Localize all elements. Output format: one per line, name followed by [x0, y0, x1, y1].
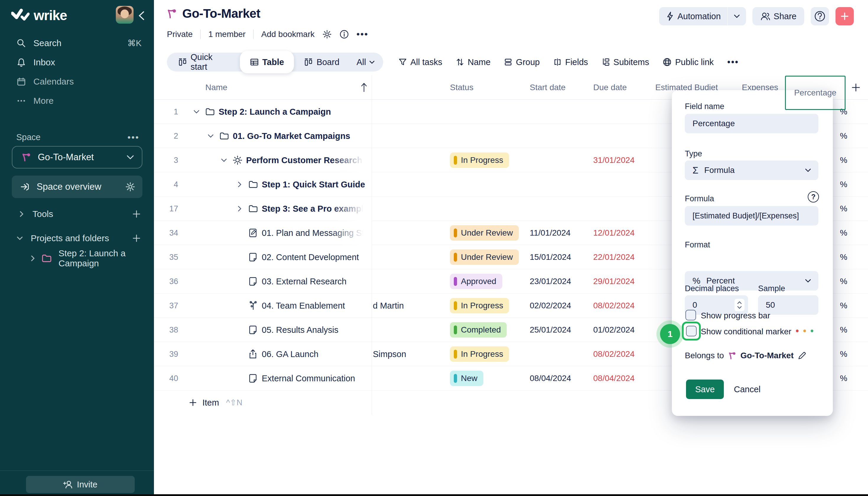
status-badge[interactable]: Under Review: [450, 245, 519, 269]
sidebar-item-tools[interactable]: Tools: [0, 206, 154, 222]
view-filter-dropdown[interactable]: All: [348, 57, 383, 67]
assignee-name[interactable]: Simpson: [373, 342, 406, 366]
red-dot-icon: [796, 329, 799, 332]
due-date[interactable]: 22/01/2024: [593, 245, 634, 269]
add-project-icon[interactable]: [132, 234, 141, 243]
chevron-right-icon[interactable]: [17, 211, 26, 218]
task-name[interactable]: 06. GA Launch: [262, 342, 372, 366]
info-icon[interactable]: [339, 30, 349, 39]
chevron-down-icon[interactable]: [15, 236, 24, 241]
start-date[interactable]: 23/01/2024: [530, 269, 571, 294]
group-button[interactable]: Group: [504, 57, 540, 67]
column-header-start-date[interactable]: Start date: [530, 75, 565, 99]
assignee-name[interactable]: d Martin: [373, 294, 404, 318]
status-badge[interactable]: In Progress: [450, 148, 509, 172]
add-item-button[interactable]: Item ^⇧N: [189, 390, 242, 415]
add-tool-icon[interactable]: [132, 210, 141, 218]
show-conditional-marker-checkbox[interactable]: [686, 326, 697, 336]
add-column-icon[interactable]: [851, 75, 861, 99]
subitems-button[interactable]: Subitems: [601, 57, 649, 67]
sidebar-item-space-overview[interactable]: Space overview: [12, 175, 142, 198]
due-date[interactable]: 08/02/2024: [593, 294, 634, 318]
tab-board[interactable]: Board: [295, 52, 348, 72]
selected-column-percentage[interactable]: Percentage: [785, 76, 846, 110]
due-date[interactable]: 08/02/2024: [593, 342, 634, 366]
avatar[interactable]: [116, 6, 133, 24]
automation-button[interactable]: Automation: [659, 7, 746, 26]
tab-label: Quick start: [191, 52, 230, 72]
toolbar-more-icon[interactable]: •••: [727, 57, 739, 67]
chevron-down-icon[interactable]: [193, 99, 200, 124]
status-badge[interactable]: Under Review: [450, 221, 519, 245]
task-name[interactable]: 01. Go-To Market Campaigns: [233, 124, 372, 148]
status-badge[interactable]: Approved: [450, 269, 502, 294]
task-name[interactable]: Step 1: Quick Start Guide: [262, 172, 372, 197]
task-name[interactable]: 04. Team Enablement: [262, 294, 372, 318]
members-label[interactable]: 1 member: [208, 30, 245, 39]
fields-button[interactable]: Fields: [553, 57, 588, 67]
more-options-icon[interactable]: •••: [357, 29, 369, 39]
collapse-sidebar-icon[interactable]: [138, 11, 145, 21]
task-name[interactable]: Step 2: Launch a Campaign: [219, 99, 372, 124]
sidebar-item-calendars[interactable]: Calendars: [0, 73, 154, 90]
sort-asc-icon[interactable]: [361, 75, 367, 99]
create-new-button[interactable]: [836, 7, 854, 26]
wrike-logo[interactable]: wrike: [11, 7, 67, 24]
column-header-name[interactable]: Name: [205, 75, 227, 99]
sidebar-item-inbox[interactable]: Inbox: [0, 54, 154, 71]
task-name[interactable]: 02. Content Development: [262, 245, 372, 269]
column-header-status[interactable]: Status: [450, 75, 473, 99]
status-badge[interactable]: New: [450, 366, 483, 390]
status-badge[interactable]: In Progress: [450, 294, 509, 318]
sort-by-name[interactable]: Name: [456, 57, 491, 67]
share-button[interactable]: Share: [753, 7, 804, 26]
automation-dropdown-icon[interactable]: [728, 7, 746, 26]
chevron-down-icon[interactable]: [207, 124, 214, 148]
start-date[interactable]: 25/01/2024: [530, 318, 571, 342]
task-name[interactable]: External Communication: [262, 366, 372, 390]
help-button[interactable]: [811, 7, 829, 26]
chevron-right-icon[interactable]: [238, 197, 242, 221]
chevron-right-icon[interactable]: [238, 172, 242, 197]
task-name[interactable]: 05. Results Analysis: [262, 318, 372, 342]
status-badge[interactable]: Completed: [450, 318, 507, 342]
formula-input[interactable]: [Estimated Budjet]/[Expenses]: [685, 206, 818, 226]
formula-help-icon[interactable]: ?: [808, 191, 819, 202]
settings-gear-icon[interactable]: [322, 30, 332, 39]
cancel-button[interactable]: Cancel: [734, 379, 760, 399]
sidebar-item-projects[interactable]: Projects and folders: [0, 230, 154, 247]
save-button[interactable]: Save: [686, 379, 724, 399]
sidebar-item-step2-campaign[interactable]: Step 2: Launch a Campaign: [0, 250, 154, 267]
tab-table[interactable]: Table: [240, 51, 294, 73]
add-bookmark-link[interactable]: Add bookmark: [261, 30, 315, 39]
privacy-label[interactable]: Private: [167, 30, 193, 39]
start-date[interactable]: 08/04/2024: [530, 366, 571, 390]
type-select[interactable]: Σ Formula: [685, 160, 818, 180]
due-date[interactable]: 08/04/2024: [593, 366, 634, 390]
stepper-arrows-icon[interactable]: [735, 299, 744, 311]
gear-icon[interactable]: [125, 182, 135, 192]
due-date[interactable]: 29/01/2024: [593, 269, 634, 294]
invite-button[interactable]: Invite: [26, 476, 135, 493]
status-badge[interactable]: In Progress: [450, 342, 509, 366]
pencil-icon[interactable]: [798, 351, 806, 360]
sidebar-item-search[interactable]: Search ⌘K: [0, 35, 154, 51]
chevron-down-icon[interactable]: [221, 148, 227, 172]
filter-all-tasks[interactable]: All tasks: [399, 57, 442, 67]
space-selector[interactable]: Go-To-Market: [12, 146, 142, 169]
tab-quick-start[interactable]: Quick start: [169, 52, 239, 72]
start-date[interactable]: 02/02/2024: [530, 294, 571, 318]
due-date[interactable]: 31/01/2024: [593, 148, 634, 172]
field-name-input[interactable]: Percentage: [685, 114, 818, 133]
show-progress-bar-checkbox[interactable]: [686, 310, 696, 321]
space-menu-icon[interactable]: •••: [127, 133, 140, 142]
public-link-button[interactable]: Public link: [663, 57, 714, 67]
start-date[interactable]: 11/01/2024: [530, 221, 570, 245]
start-date[interactable]: 15/01/2024: [530, 245, 571, 269]
task-name[interactable]: 03. External Research: [262, 269, 372, 294]
sidebar-item-more[interactable]: More: [0, 93, 154, 109]
column-header-due-date[interactable]: Due date: [593, 75, 627, 99]
chevron-right-icon[interactable]: [29, 255, 37, 262]
due-date[interactable]: 01/02/2024: [593, 318, 634, 342]
due-date[interactable]: 12/01/2024: [593, 221, 634, 245]
